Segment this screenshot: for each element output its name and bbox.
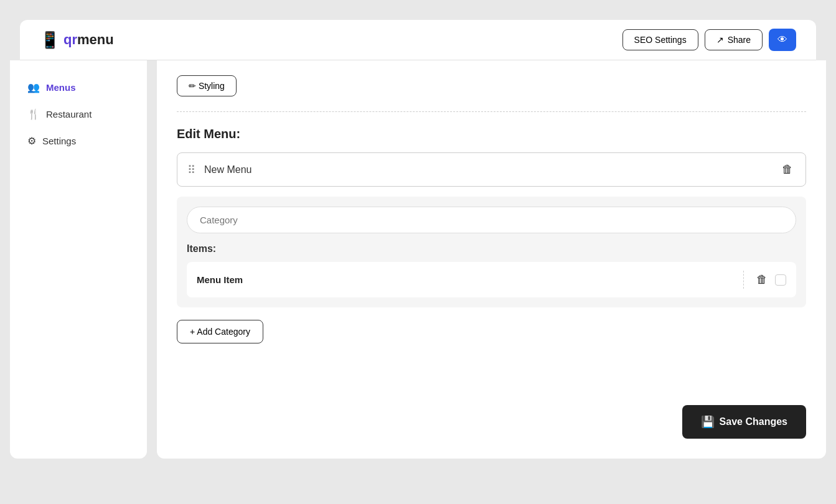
logo-text: qrmenu (63, 32, 114, 48)
divider (177, 111, 806, 112)
logo-icon: 📱 (40, 30, 60, 50)
logo-plain: menu (77, 32, 114, 47)
content-area: ✏ Styling Edit Menu: ⠿ New Menu 🗑 Items:… (157, 60, 826, 459)
header: 📱 qrmenu SEO Settings ↗ Share 👁 (20, 20, 816, 60)
preview-button[interactable]: 👁 (769, 29, 796, 51)
delete-menu-button[interactable]: 🗑 (779, 161, 796, 179)
sidebar-item-settings[interactable]: ⚙ Settings (20, 129, 137, 153)
edit-menu-title: Edit Menu: (177, 127, 806, 141)
main-layout: 👥 Menus 🍴 Restaurant ⚙ Settings ✏ Stylin… (0, 60, 836, 469)
items-section: Items: Menu Item 🗑 (177, 197, 806, 307)
seo-settings-button[interactable]: SEO Settings (622, 29, 698, 50)
sidebar-item-menus-label: Menus (46, 82, 76, 93)
item-name: Menu Item (197, 274, 733, 285)
settings-icon: ⚙ (27, 135, 36, 147)
add-category-button[interactable]: + Add Category (177, 320, 263, 343)
menus-icon: 👥 (27, 82, 40, 93)
sidebar-item-menus[interactable]: 👥 Menus (20, 75, 137, 100)
header-actions: SEO Settings ↗ Share 👁 (622, 29, 796, 51)
item-row: Menu Item 🗑 (187, 262, 796, 297)
sidebar-item-settings-label: Settings (42, 136, 76, 146)
save-icon: 💾 (701, 415, 715, 429)
items-label: Items: (187, 243, 796, 254)
eye-icon: 👁 (777, 34, 787, 45)
save-changes-label: Save Changes (720, 416, 787, 427)
share-button[interactable]: ↗ Share (705, 29, 763, 50)
save-changes-button[interactable]: 💾 Save Changes (682, 405, 806, 439)
restaurant-icon: 🍴 (27, 108, 40, 120)
trash-item-icon: 🗑 (756, 273, 768, 286)
item-checkbox[interactable] (775, 274, 786, 286)
menu-row: ⠿ New Menu 🗑 (177, 152, 806, 187)
sidebar-item-restaurant-label: Restaurant (46, 109, 92, 119)
share-label: Share (728, 35, 751, 45)
item-actions: 🗑 (743, 271, 786, 289)
drag-handle-icon[interactable]: ⠿ (187, 163, 195, 177)
sidebar: 👥 Menus 🍴 Restaurant ⚙ Settings (10, 60, 147, 459)
styling-button[interactable]: ✏ Styling (177, 75, 237, 96)
trash-icon: 🗑 (782, 163, 793, 175)
sidebar-item-restaurant[interactable]: 🍴 Restaurant (20, 102, 137, 126)
share-icon: ↗ (716, 35, 724, 45)
logo: 📱 qrmenu (40, 30, 114, 50)
category-input[interactable] (187, 207, 796, 233)
delete-item-button[interactable]: 🗑 (754, 271, 770, 289)
logo-brand: qr (63, 32, 77, 47)
menu-name: New Menu (204, 164, 779, 175)
